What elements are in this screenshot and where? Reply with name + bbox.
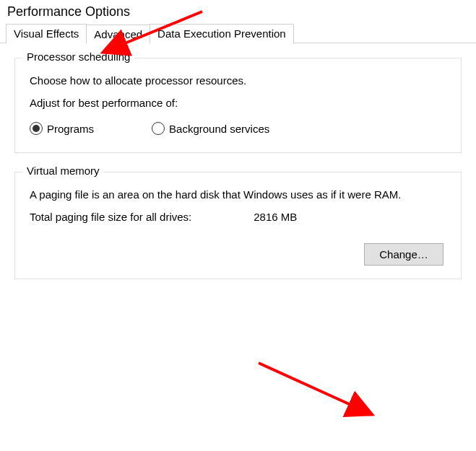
tab-strip: Visual Effects Advanced Data Execution P… (0, 24, 476, 43)
tab-advanced[interactable]: Advanced (86, 25, 150, 44)
virtual-memory-description: A paging file is an area on the hard dis… (30, 188, 446, 201)
radio-programs-label: Programs (47, 123, 94, 135)
radio-background-services[interactable]: Background services (152, 122, 269, 135)
radio-circle-icon (152, 122, 165, 135)
window-title: Performance Options (0, 0, 476, 24)
svg-line-3 (259, 363, 354, 406)
vm-total-value: 2816 MB (254, 211, 297, 223)
groupbox-title-virtual-memory: Virtual memory (22, 165, 104, 177)
processor-subheading: Adjust for best performance of: (30, 97, 446, 109)
groupbox-processor-scheduling: Processor scheduling Choose how to alloc… (14, 58, 462, 153)
tab-panel-advanced: Processor scheduling Choose how to alloc… (0, 43, 476, 305)
tab-data-execution-prevention[interactable]: Data Execution Prevention (150, 24, 294, 43)
vm-total-label: Total paging file size for all drives: (30, 211, 191, 223)
processor-description: Choose how to allocate processor resourc… (30, 74, 446, 87)
change-button[interactable]: Change… (364, 243, 443, 266)
groupbox-virtual-memory: Virtual memory A paging file is an area … (14, 172, 462, 279)
tab-visual-effects[interactable]: Visual Effects (6, 24, 87, 43)
annotation-arrow-change (253, 357, 390, 422)
radio-background-label: Background services (169, 123, 269, 135)
groupbox-title-processor: Processor scheduling (22, 51, 134, 63)
radio-circle-icon (30, 122, 43, 135)
radio-programs[interactable]: Programs (30, 122, 94, 135)
